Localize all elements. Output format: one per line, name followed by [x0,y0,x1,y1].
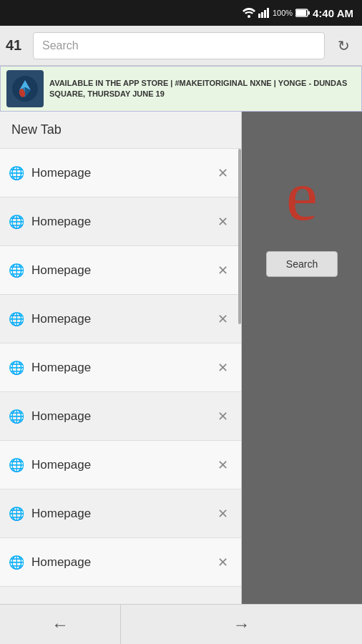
svg-rect-7 [296,10,306,16]
tab-item[interactable]: 🌐 Homepage ✕ [0,538,241,587]
forward-icon: → [233,615,250,635]
globe-icon: 🌐 [9,506,24,522]
ad-text: AVAILABLE IN THE APP STORE | #MAKEiTORIG… [49,78,356,100]
tab-title: Homepage [31,361,205,375]
tab-list-panel: New Tab 🌐 Homepage ✕ 🌐 Homepage ✕ 🌐 Home… [0,112,242,604]
svg-rect-2 [261,12,263,18]
tab-item[interactable]: 🌐 Homepage ✕ [0,295,241,343]
close-tab-button[interactable]: ✕ [212,163,233,183]
wifi-icon [243,8,255,18]
ad-icon [6,70,44,107]
refresh-button[interactable]: ↻ [331,33,356,59]
search-bar-placeholder: Search [42,39,79,52]
tab-item[interactable]: 🌐 Homepage ✕ [0,343,241,392]
close-tab-button[interactable]: ✕ [212,358,233,378]
svg-point-0 [248,15,250,18]
search-button[interactable]: Search [266,251,338,277]
tab-item[interactable]: 🌐 Homepage ✕ [0,392,241,441]
tab-title: Homepage [31,458,205,472]
browser-toolbar: 41 Search ↻ [0,26,362,66]
globe-icon: 🌐 [9,555,24,570]
globe-icon: 🌐 [9,165,24,181]
ad-logo-icon [11,74,39,103]
forward-button[interactable]: → [121,605,362,644]
new-tab-label: New Tab [11,122,62,137]
tab-item[interactable]: 🌐 Homepage ✕ [0,197,241,246]
ad-banner[interactable]: AVAILABLE IN THE APP STORE | #MAKEiTORIG… [0,66,362,112]
tab-title: Homepage [31,263,205,278]
signal-icon [258,8,270,18]
tab-title: Homepage [31,507,205,521]
close-tab-button[interactable]: ✕ [212,212,233,232]
tab-title: Homepage [31,409,205,424]
globe-icon: 🌐 [9,409,24,424]
close-tab-button[interactable]: ✕ [212,504,233,524]
tab-item[interactable]: 🌐 Homepage ✕ [0,246,241,295]
globe-icon: 🌐 [9,457,24,473]
svg-rect-4 [267,8,269,18]
status-time: 4:40 AM [313,7,353,19]
refresh-icon: ↻ [338,37,350,54]
content-area: New Tab 🌐 Homepage ✕ 🌐 Homepage ✕ 🌐 Home… [0,112,362,604]
globe-icon: 🌐 [9,360,24,376]
scroll-indicator [238,149,241,324]
status-icons: 100% 4:40 AM [243,7,353,19]
tab-title: Homepage [31,215,205,229]
tab-list: 🌐 Homepage ✕ 🌐 Homepage ✕ 🌐 Homepage ✕ 🌐… [0,149,241,587]
search-bar[interactable]: Search [33,32,325,59]
tab-item[interactable]: 🌐 Homepage ✕ [0,441,241,489]
close-tab-button[interactable]: ✕ [212,455,233,475]
tab-title: Homepage [31,555,205,570]
tab-item[interactable]: 🌐 Homepage ✕ [0,149,241,197]
svg-rect-3 [264,10,266,18]
new-tab-button[interactable]: New Tab [0,112,241,149]
battery-text: 100% [273,9,293,17]
tab-title: Homepage [31,312,205,326]
svg-rect-1 [258,14,260,18]
search-button-label: Search [286,258,318,270]
globe-icon: 🌐 [9,311,24,327]
tab-count[interactable]: 41 [6,37,27,54]
back-icon: ← [52,615,69,635]
svg-rect-6 [308,11,310,15]
globe-icon: 🌐 [9,263,24,278]
bottom-nav: ← → [0,604,362,644]
tab-item[interactable]: 🌐 Homepage ✕ [0,489,241,538]
right-panel: e Search [242,112,362,604]
tab-title: Homepage [31,166,205,180]
back-button[interactable]: ← [0,605,121,644]
google-letter: e [286,155,318,237]
battery-icon [295,9,310,17]
status-bar: 100% 4:40 AM [0,0,362,26]
close-tab-button[interactable]: ✕ [212,309,233,329]
close-tab-button[interactable]: ✕ [212,552,233,572]
close-tab-button[interactable]: ✕ [212,260,233,280]
globe-icon: 🌐 [9,214,24,230]
close-tab-button[interactable]: ✕ [212,406,233,426]
